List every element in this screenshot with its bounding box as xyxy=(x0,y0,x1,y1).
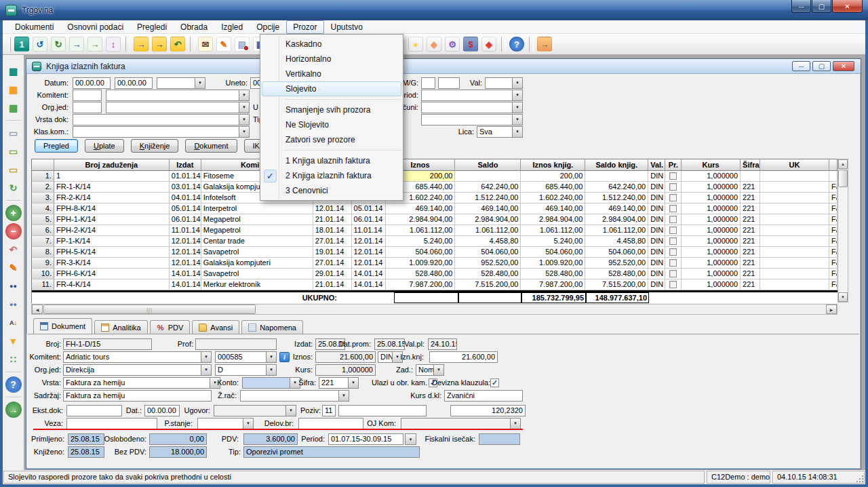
first-page-icon[interactable]: 1 xyxy=(14,37,29,52)
cell[interactable] xyxy=(760,225,829,236)
column-header[interactable] xyxy=(829,159,837,171)
cell[interactable]: 528.480,00 xyxy=(521,269,585,279)
cell[interactable]: 03.01.14 xyxy=(170,182,201,193)
menubar-item-osnovni-podaci[interactable]: Osnovni podaci xyxy=(60,20,130,34)
datum-preset-combo[interactable] xyxy=(157,77,205,89)
tab-napomena[interactable]: Napomena xyxy=(241,320,303,334)
vertical-scroll-thumb[interactable] xyxy=(838,170,848,187)
view-button-uplate[interactable]: Uplate xyxy=(85,139,124,153)
cell[interactable]: 12.01.14 xyxy=(170,247,201,258)
print-list-icon[interactable]: ▭ xyxy=(5,143,22,159)
menubar-item-prozor[interactable]: Prozor xyxy=(286,20,323,34)
orgjed-combo[interactable] xyxy=(106,102,250,113)
cell[interactable]: 1,000000 xyxy=(682,193,741,203)
cell[interactable]: 12.01.14 xyxy=(352,258,386,269)
menu-item-2-knjiga-izlaznih-faktura[interactable]: ✓2 Knjiga izlaznih faktura xyxy=(262,168,401,183)
cell[interactable]: Fa xyxy=(829,203,837,214)
row-number[interactable]: 10. xyxy=(32,269,54,279)
menubar-item-opcije[interactable]: Opcije xyxy=(250,20,286,34)
tips-icon[interactable]: ● xyxy=(408,37,423,52)
period-combo[interactable] xyxy=(421,90,523,101)
menu-item-vertikalno[interactable]: Vertikalno xyxy=(262,66,401,81)
cell[interactable]: 528.480,00 xyxy=(455,269,521,279)
mg-month-field[interactable] xyxy=(421,77,435,89)
cell[interactable]: 06.01.14 xyxy=(352,214,386,225)
cell[interactable]: 1.061.112,00 xyxy=(386,225,456,236)
exit-icon[interactable]: → xyxy=(537,37,552,52)
cell[interactable]: 14.01.14 xyxy=(170,269,201,279)
view-button-dokument[interactable]: Dokument xyxy=(185,139,237,153)
horizontal-scrollbar[interactable] xyxy=(31,304,837,315)
pr-checkbox[interactable] xyxy=(669,270,677,277)
dropdown-button[interactable] xyxy=(512,115,522,125)
add-row-icon[interactable]: + xyxy=(5,205,22,221)
cell[interactable] xyxy=(829,171,837,182)
cell[interactable]: 7.515.200,00 xyxy=(585,279,648,290)
cell[interactable]: 952.520,00 xyxy=(455,258,521,269)
refresh-forward-icon[interactable]: ↻ xyxy=(51,37,66,52)
tip-field[interactable]: Oporezivi promet xyxy=(243,446,420,458)
cell[interactable] xyxy=(455,171,521,182)
cell[interactable]: 504.060,00 xyxy=(521,247,585,258)
dropdown-button[interactable] xyxy=(201,365,211,375)
cell[interactable] xyxy=(760,203,829,214)
menu-item-slojevito[interactable]: Slojevito xyxy=(262,81,401,96)
zad-combo[interactable]: Nom. xyxy=(416,364,444,376)
fiskalni-field[interactable] xyxy=(479,433,520,445)
favorites-icon[interactable]: ◆ xyxy=(481,37,496,52)
cell[interactable]: 200,00 xyxy=(521,171,585,182)
undo-icon[interactable]: ↶ xyxy=(5,241,22,258)
cell[interactable]: 528.480,00 xyxy=(386,269,456,279)
cell[interactable]: 221 xyxy=(741,247,760,258)
child-window-titlebar[interactable]: Knjiga izlaznih faktura xyxy=(26,59,861,74)
cell[interactable]: 29.01.14 xyxy=(313,269,352,279)
view-button-pregled[interactable]: Pregled xyxy=(35,139,78,153)
dropdown-button[interactable] xyxy=(243,418,253,429)
column-header[interactable]: Broj zaduženja xyxy=(54,159,170,171)
cell[interactable] xyxy=(760,193,829,203)
pr-checkbox[interactable] xyxy=(669,248,677,256)
cell[interactable]: 05.01.14 xyxy=(352,203,386,214)
klas-kom-combo[interactable] xyxy=(73,126,250,138)
cell[interactable]: Fa xyxy=(829,193,837,203)
vertical-scrollbar[interactable] xyxy=(837,159,848,303)
cell[interactable]: 21.01.14 xyxy=(313,279,352,290)
cell[interactable]: 221 xyxy=(741,225,760,236)
cell[interactable]: 14.01.14 xyxy=(352,279,386,290)
cell[interactable]: Megapetrol xyxy=(201,225,313,236)
scroll-left-button[interactable] xyxy=(32,305,43,314)
help-icon[interactable]: ? xyxy=(5,376,22,393)
cell[interactable]: 05.01.14 xyxy=(170,203,201,214)
ojkom-combo[interactable] xyxy=(401,418,521,429)
row-number[interactable]: 4. xyxy=(32,203,54,214)
cell[interactable]: 469.140,00 xyxy=(521,203,585,214)
cell[interactable]: FR-3-K/14 xyxy=(54,258,170,269)
column-header[interactable]: Val. xyxy=(648,159,665,171)
row-number[interactable]: 9. xyxy=(32,258,54,269)
cell[interactable] xyxy=(760,258,829,269)
cell[interactable]: 1,000000 xyxy=(682,236,741,247)
resize-grip[interactable] xyxy=(855,474,865,484)
dropdown-button[interactable] xyxy=(512,127,522,137)
dropdown-button[interactable] xyxy=(512,78,522,88)
cell[interactable]: Savapetrol xyxy=(201,269,313,279)
minimize-button[interactable] xyxy=(791,0,811,13)
dat-field[interactable]: 00.00.00 xyxy=(144,405,180,416)
menu-item-horizontalno[interactable]: Horizontalno xyxy=(262,52,401,66)
cell[interactable]: 06.01.14 xyxy=(170,214,201,225)
cell[interactable]: 5.240,00 xyxy=(521,236,585,247)
cell[interactable]: 1,000000 xyxy=(682,182,741,193)
row-number[interactable]: 11. xyxy=(32,279,54,290)
column-header[interactable] xyxy=(32,159,54,171)
cell[interactable]: 1,000000 xyxy=(682,171,741,182)
cell[interactable]: 1.602.240,00 xyxy=(521,193,585,203)
dropdown-button[interactable] xyxy=(433,365,443,375)
cell[interactable]: FR-4-K/14 xyxy=(54,279,170,290)
cell[interactable]: 221 xyxy=(741,258,760,269)
orgjed-doc-combo[interactable]: Direkcija xyxy=(63,364,212,376)
tab-analitika[interactable]: Analitika xyxy=(94,320,148,334)
kursdkl-field[interactable]: Zvanični xyxy=(444,390,523,402)
cell[interactable]: 7.515.200,00 xyxy=(455,279,521,290)
row-number[interactable]: 3. xyxy=(32,193,54,203)
new-document-icon[interactable]: ▤ xyxy=(235,37,250,52)
